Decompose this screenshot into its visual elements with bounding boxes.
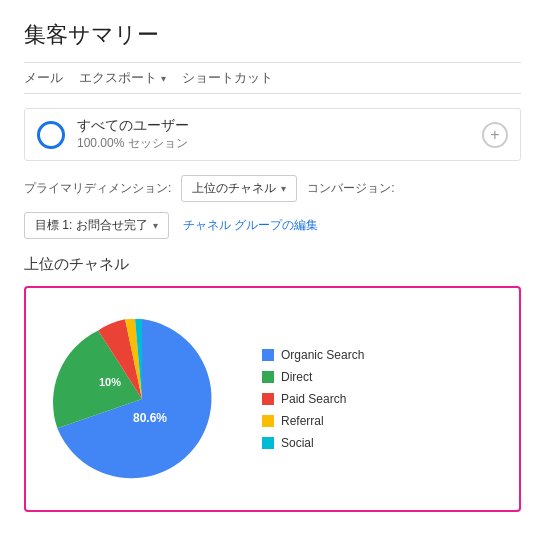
legend-color-direct xyxy=(262,371,274,383)
add-segment-button[interactable]: + xyxy=(482,122,508,148)
legend-label-paid-search: Paid Search xyxy=(281,392,346,406)
legend-color-social xyxy=(262,437,274,449)
toolbar-export[interactable]: エクスポート ▾ xyxy=(79,69,166,87)
legend-label-organic-search: Organic Search xyxy=(281,348,364,362)
page-title: 集客サマリー xyxy=(24,20,521,50)
edit-channel-groups-link[interactable]: チャネル グループの編集 xyxy=(183,217,318,234)
legend-label-referral: Referral xyxy=(281,414,324,428)
segment-name: すべてのユーザー xyxy=(77,117,189,135)
primary-dimension-dropdown[interactable]: 上位のチャネル ▾ xyxy=(181,175,297,202)
primary-dimension-label: プライマリディメンション: xyxy=(24,180,171,197)
legend-item-referral: Referral xyxy=(262,414,364,428)
label-direct: 10% xyxy=(99,376,121,388)
pie-chart: 80.6% 10% xyxy=(42,304,242,494)
conversion-dropdown[interactable]: 目標 1: お問合せ完了 ▾ xyxy=(24,212,169,239)
legend-label-social: Social xyxy=(281,436,314,450)
legend-color-referral xyxy=(262,415,274,427)
toolbar-shortcut[interactable]: ショートカット xyxy=(182,69,273,87)
segment-icon xyxy=(37,121,65,149)
toolbar: メール エクスポート ▾ ショートカット xyxy=(24,62,521,94)
label-organic: 80.6% xyxy=(133,411,167,425)
chart-section-title: 上位のチャネル xyxy=(24,255,521,274)
legend-item-social: Social xyxy=(262,436,364,450)
export-chevron-icon: ▾ xyxy=(161,73,166,84)
dimensions-row: プライマリディメンション: 上位のチャネル ▾ コンバージョン: 目標 1: お… xyxy=(24,175,521,239)
legend-color-paid-search xyxy=(262,393,274,405)
legend-label-direct: Direct xyxy=(281,370,312,384)
conversion-dropdown-chevron-icon: ▾ xyxy=(153,220,158,231)
chart-legend: Organic Search Direct Paid Search Referr… xyxy=(262,348,364,450)
segment-bar: すべてのユーザー 100.00% セッション + xyxy=(24,108,521,161)
chart-container: 80.6% 10% Organic Search Direct Paid Sea… xyxy=(24,286,521,512)
primary-dropdown-chevron-icon: ▾ xyxy=(281,183,286,194)
pie-svg: 80.6% 10% xyxy=(42,304,242,494)
legend-item-direct: Direct xyxy=(262,370,364,384)
legend-item-organic-search: Organic Search xyxy=(262,348,364,362)
segment-sessions: 100.00% セッション xyxy=(77,135,189,152)
legend-color-organic-search xyxy=(262,349,274,361)
toolbar-mail[interactable]: メール xyxy=(24,69,63,87)
conversion-label: コンバージョン: xyxy=(307,180,394,197)
legend-item-paid-search: Paid Search xyxy=(262,392,364,406)
segment-text: すべてのユーザー 100.00% セッション xyxy=(77,117,189,152)
